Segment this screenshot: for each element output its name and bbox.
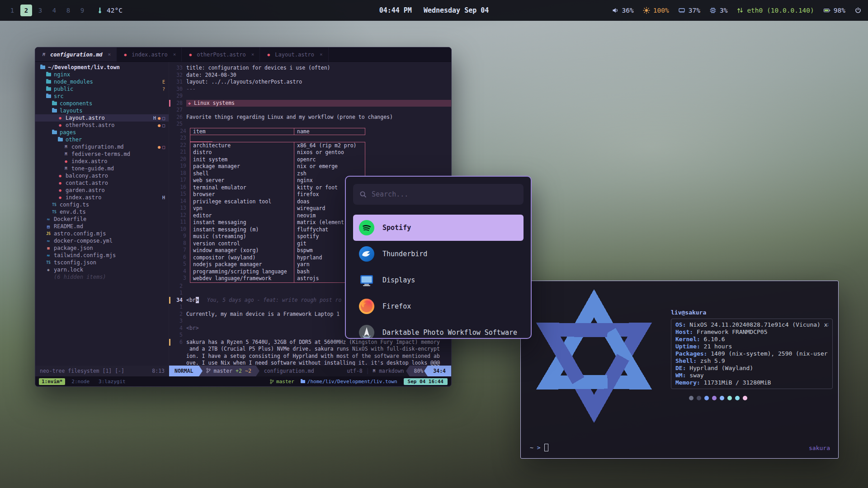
- npm-icon: ■: [45, 246, 52, 250]
- code-text: and a 2TB (Crucial P5 Plus) NVMe drive. …: [186, 346, 451, 353]
- tree-item-config-ts[interactable]: TSconfig.ts: [35, 201, 169, 208]
- tab-close-icon[interactable]: ×: [320, 52, 323, 57]
- status-bar: 123489 42°C 04:44 PM Wednesday Sep 04 36…: [0, 0, 868, 21]
- tree-item-tsconfig-json[interactable]: TStsconfig.json: [35, 259, 169, 266]
- search-box[interactable]: [353, 184, 524, 205]
- workspace-3[interactable]: 3: [34, 5, 46, 16]
- tree-item-env-d-ts[interactable]: TSenv.d.ts: [35, 208, 169, 216]
- tree-item-node-modules[interactable]: node_modulesE: [35, 78, 169, 85]
- power-icon[interactable]: [854, 7, 862, 14]
- line-number: 5: [173, 261, 190, 268]
- tree-item-balcony-astro[interactable]: ●balcony.astro: [35, 172, 169, 179]
- workspace-8[interactable]: 8: [62, 5, 74, 16]
- tree-item-tailwind-config-mjs[interactable]: ≈tailwind.config.mjs: [35, 252, 169, 259]
- line-number: 23: [173, 135, 190, 142]
- module-value: 37%: [689, 7, 700, 14]
- tree-item-otherpost-astro[interactable]: ●otherPost.astro●□: [35, 122, 169, 129]
- module-volume: 36%: [612, 7, 634, 14]
- table-cell-item: webdev language/framework: [190, 275, 294, 282]
- tree-item-index-astro[interactable]: ●index.astroH: [35, 194, 169, 201]
- table-row: privilege escalation tooldoas: [190, 198, 365, 206]
- tab-close-icon[interactable]: ×: [173, 52, 176, 57]
- tree-item-src[interactable]: src: [35, 93, 169, 100]
- tree-item-astro-config-mjs[interactable]: JSastro.config.mjs: [35, 230, 169, 237]
- launcher-item-label: Displays: [382, 276, 415, 284]
- tree-item-docker-compose-yml[interactable]: ≈docker-compose.yml: [35, 237, 169, 244]
- module-brightness: 100%: [643, 7, 669, 14]
- info-value: sway: [686, 372, 703, 379]
- tree-item-layout-astro[interactable]: ●Layout.astroH●□: [35, 114, 169, 122]
- tree-item-label: src: [54, 93, 64, 99]
- shell-prompt[interactable]: ~ >: [530, 444, 548, 451]
- tree-item-other[interactable]: other: [35, 136, 169, 143]
- tree-item-contact-astro[interactable]: ●contact.astro: [35, 179, 169, 187]
- info-value: 1409 (nix-system), 2590 (nix-user): [707, 350, 828, 357]
- gutter-sign: [169, 325, 173, 332]
- gutter-sign: [169, 339, 173, 346]
- tree-marker: ?: [162, 87, 165, 92]
- editor-line: 25: [169, 121, 451, 128]
- launcher-item-firefox[interactable]: Firefox: [353, 293, 524, 319]
- tree-item-tone-guide-md[interactable]: Mtone-guide.md: [35, 165, 169, 172]
- tree-item-garden-astro[interactable]: ●garden.astro: [35, 187, 169, 194]
- line-number: 2: [173, 311, 186, 318]
- editor-line: ion. I have a setup consisting of Hyprla…: [169, 353, 451, 360]
- tab-close-icon[interactable]: ×: [108, 52, 111, 57]
- tmux-path: /home/liv/Development/liv.town: [301, 379, 397, 385]
- darktable-icon: [359, 324, 375, 339]
- tree-item-pages[interactable]: pages: [35, 129, 169, 136]
- tree-item-development-liv-town[interactable]: ~/Development/liv.town: [35, 64, 169, 71]
- tree-item-label: README.md: [54, 223, 83, 230]
- launcher-item-thunderbird[interactable]: Thunderbird: [353, 241, 524, 267]
- info-label: Kernel:: [675, 336, 700, 343]
- tab-index-astro[interactable]: ●index.astro×: [117, 47, 182, 61]
- launcher-item-spotify[interactable]: Spotify: [353, 215, 524, 241]
- fetch-user-host: liv@sakura: [671, 309, 833, 316]
- tree-item-package-json[interactable]: ■package.json: [35, 244, 169, 252]
- tree-item-layouts[interactable]: layouts: [35, 107, 169, 114]
- tmux-window-3-lazygit[interactable]: 3:lazygit: [96, 378, 128, 385]
- tree-item-markers: E: [162, 80, 165, 84]
- workspace-9[interactable]: 9: [76, 5, 88, 16]
- search-input[interactable]: [372, 190, 517, 198]
- launcher-item-displays[interactable]: Displays: [353, 267, 524, 293]
- tree-item-yarn-lock[interactable]: ●yarn.lock: [35, 266, 169, 273]
- code-text: [186, 121, 451, 128]
- launcher-item-darktable[interactable]: Darktable Photo Workflow Software: [353, 319, 524, 339]
- tmux-window-1-nvim[interactable]: 1:nvim*: [39, 378, 65, 385]
- launcher-item-label: Darktable Photo Workflow Software: [382, 328, 517, 337]
- launcher-items: SpotifyThunderbirdDisplaysFirefoxDarktab…: [353, 215, 524, 339]
- table-row: version controlgit: [190, 240, 365, 248]
- tree-item-configuration-md[interactable]: Mconfiguration.md●□: [35, 143, 169, 150]
- tree-item-6-hidden-items[interactable]: (6 hidden items): [35, 273, 169, 281]
- line-number: 8: [173, 240, 190, 247]
- tab-layout-astro[interactable]: ●Layout.astro×: [260, 47, 328, 61]
- info-row-uptime: Uptime: 21 hours: [675, 343, 828, 350]
- tree-item-label: astro.config.mjs: [54, 230, 106, 237]
- tab-close-icon[interactable]: ×: [251, 52, 255, 57]
- tree-item-fediverse-terms-md[interactable]: Mfediverse-terms.md: [35, 150, 169, 158]
- tab-otherpost-astro[interactable]: ●otherPost.astro×: [182, 47, 260, 61]
- workspace-1[interactable]: 1: [6, 5, 18, 16]
- displays-icon: [359, 272, 375, 288]
- tree-item-dockerfile[interactable]: ≈Dockerfile: [35, 216, 169, 223]
- search-icon: [359, 191, 367, 198]
- workspace-4[interactable]: 4: [48, 5, 60, 16]
- tmux-window-2-node[interactable]: 2:node: [69, 378, 92, 385]
- tree-item-public[interactable]: public?: [35, 85, 169, 93]
- tab-configuration-md[interactable]: Mconfiguration.md×: [35, 47, 117, 61]
- color-palette: [689, 396, 833, 400]
- tree-item-nginx[interactable]: nginx: [35, 71, 169, 78]
- tree-marker: □: [162, 145, 165, 150]
- astro-icon: ●: [187, 52, 193, 57]
- tree-item-index-astro[interactable]: ●index.astro: [35, 158, 169, 165]
- tree-item-components[interactable]: components: [35, 100, 169, 107]
- tree-item-label: tsconfig.json: [54, 259, 96, 266]
- info-row-packages: Packages: 1409 (nix-system), 2590 (nix-u…: [675, 350, 828, 357]
- prompt-path: ~: [530, 444, 533, 451]
- workspace-2[interactable]: 2: [20, 5, 32, 16]
- gutter-sign: [169, 318, 173, 325]
- tree-item-readme-md[interactable]: ▤README.md: [35, 223, 169, 230]
- table-cell-item: compositor (wayland): [190, 254, 294, 262]
- palette-dot-0: [689, 396, 693, 400]
